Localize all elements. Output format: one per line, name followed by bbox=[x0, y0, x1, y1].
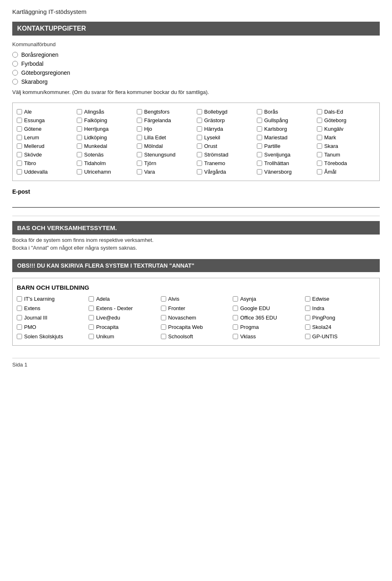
checkbox-kommune-orust[interactable]: Orust bbox=[197, 143, 255, 149]
checkbox-kommune-ulricehamn[interactable]: Ulricehamn bbox=[77, 169, 135, 175]
checkbox-kommune-input-24[interactable] bbox=[17, 143, 22, 149]
barn-system-input-11[interactable] bbox=[89, 315, 94, 320]
checkbox-kommune-uddevalla[interactable]: Uddevalla bbox=[17, 169, 75, 175]
checkbox-kommune-input-10[interactable] bbox=[257, 118, 262, 123]
barn-system-input-10[interactable] bbox=[17, 315, 22, 320]
barn-system-input-13[interactable] bbox=[233, 315, 238, 320]
radio-borasregionen-input[interactable] bbox=[12, 52, 18, 58]
checkbox-kommune-grästorp[interactable]: Grästorp bbox=[197, 117, 255, 123]
checkbox-kommune-lerum[interactable]: Lerum bbox=[17, 134, 75, 141]
checkbox-kommune-färgelanda[interactable]: Färgelanda bbox=[137, 117, 195, 123]
barn-system-pingpong[interactable]: PingPong bbox=[305, 315, 375, 321]
barn-system-input-16[interactable] bbox=[89, 324, 94, 330]
checkbox-kommune-input-6[interactable] bbox=[17, 118, 22, 123]
checkbox-kommune-alingsås[interactable]: Alingsås bbox=[77, 109, 135, 115]
checkbox-kommune-töreboda[interactable]: Töreboda bbox=[317, 160, 375, 166]
barn-system-indra[interactable]: Indra bbox=[305, 305, 375, 311]
checkbox-kommune-skövde[interactable]: Skövde bbox=[17, 152, 75, 158]
checkbox-kommune-lilla-edet[interactable]: Lilla Edet bbox=[137, 134, 195, 141]
checkbox-kommune-lysekil[interactable]: Lysekil bbox=[197, 134, 255, 141]
checkbox-kommune-munkedal[interactable]: Munkedal bbox=[77, 143, 135, 149]
barn-system-gp-untis[interactable]: GP-UNTIS bbox=[305, 333, 375, 340]
barn-system-skola24[interactable]: Skola24 bbox=[305, 324, 375, 330]
checkbox-kommune-input-16[interactable] bbox=[257, 126, 262, 132]
checkbox-kommune-input-5[interactable] bbox=[317, 109, 322, 114]
checkbox-kommune-mölndal[interactable]: Mölndal bbox=[137, 143, 195, 149]
checkbox-kommune-input-29[interactable] bbox=[317, 143, 322, 149]
barn-system-input-22[interactable] bbox=[161, 334, 166, 339]
radio-fyrbodal[interactable]: Fyrbodal bbox=[12, 60, 380, 67]
checkbox-kommune-input-19[interactable] bbox=[77, 135, 82, 140]
checkbox-kommune-strömstad[interactable]: Strömstad bbox=[197, 152, 255, 158]
checkbox-kommune-input-12[interactable] bbox=[17, 126, 22, 132]
barn-system-input-15[interactable] bbox=[17, 324, 22, 330]
checkbox-kommune-input-25[interactable] bbox=[77, 143, 82, 149]
checkbox-kommune-input-18[interactable] bbox=[17, 135, 22, 140]
barn-system-live-edu[interactable]: Live@edu bbox=[89, 315, 159, 321]
checkbox-kommune-input-42[interactable] bbox=[17, 169, 22, 174]
radio-skaraborg[interactable]: Skaraborg bbox=[12, 78, 380, 85]
checkbox-kommune-input-27[interactable] bbox=[197, 143, 202, 149]
checkbox-kommune-stenungsund[interactable]: Stenungsund bbox=[137, 152, 195, 158]
barn-system-input-8[interactable] bbox=[233, 306, 238, 311]
checkbox-kommune-input-8[interactable] bbox=[137, 118, 142, 123]
checkbox-kommune-borås[interactable]: Borås bbox=[257, 109, 315, 115]
barn-system-input-0[interactable] bbox=[17, 296, 22, 302]
checkbox-kommune-input-20[interactable] bbox=[137, 135, 142, 140]
barn-system-adela[interactable]: Adela bbox=[89, 296, 159, 302]
checkbox-kommune-input-40[interactable] bbox=[257, 161, 262, 166]
checkbox-kommune-input-4[interactable] bbox=[257, 109, 262, 114]
radio-goteborgsregionen[interactable]: Göteborgsregionen bbox=[12, 69, 380, 76]
checkbox-kommune-input-14[interactable] bbox=[137, 126, 142, 132]
barn-system-solen-skolskjuts[interactable]: Solen Skolskjuts bbox=[17, 333, 87, 340]
checkbox-kommune-input-15[interactable] bbox=[197, 126, 202, 132]
checkbox-kommune-input-39[interactable] bbox=[197, 161, 202, 166]
checkbox-kommune-partille[interactable]: Partille bbox=[257, 143, 315, 149]
barn-system-google-edu[interactable]: Google EDU bbox=[233, 305, 303, 311]
checkbox-kommune-input-34[interactable] bbox=[257, 152, 262, 157]
checkbox-kommune-götene[interactable]: Götene bbox=[17, 126, 75, 132]
checkbox-kommune-trollhättan[interactable]: Trollhättan bbox=[257, 160, 315, 166]
checkbox-kommune-herrljunga[interactable]: Herrljunga bbox=[77, 126, 135, 132]
checkbox-kommune-input-23[interactable] bbox=[317, 135, 322, 140]
checkbox-kommune-input-43[interactable] bbox=[77, 169, 82, 174]
checkbox-kommune-input-11[interactable] bbox=[317, 118, 322, 123]
checkbox-kommune-lidköping[interactable]: Lidköping bbox=[77, 134, 135, 141]
barn-system-fronter[interactable]: Fronter bbox=[161, 305, 231, 311]
barn-system-journal-iii[interactable]: Journal III bbox=[17, 315, 87, 321]
checkbox-kommune-mariestad[interactable]: Mariestad bbox=[257, 134, 315, 141]
checkbox-kommune-tidaholm[interactable]: Tidaholm bbox=[77, 160, 135, 166]
checkbox-kommune-göteborg[interactable]: Göteborg bbox=[317, 117, 375, 123]
checkbox-kommune-input-3[interactable] bbox=[197, 109, 202, 114]
barn-system-extens[interactable]: Extens bbox=[17, 305, 87, 311]
barn-system-procapita-web[interactable]: Procapita Web bbox=[161, 324, 231, 330]
checkbox-kommune-input-46[interactable] bbox=[257, 169, 262, 174]
checkbox-kommune-falköping[interactable]: Falköping bbox=[77, 117, 135, 123]
barn-system-progma[interactable]: Progma bbox=[233, 324, 303, 330]
checkbox-kommune-input-21[interactable] bbox=[197, 135, 202, 140]
barn-system-input-12[interactable] bbox=[161, 315, 166, 320]
checkbox-kommune-input-17[interactable] bbox=[317, 126, 322, 132]
checkbox-kommune-input-0[interactable] bbox=[17, 109, 22, 114]
checkbox-kommune-input-33[interactable] bbox=[197, 152, 202, 157]
checkbox-kommune-input-31[interactable] bbox=[77, 152, 82, 157]
checkbox-kommune-input-45[interactable] bbox=[197, 169, 202, 174]
barn-system-schoolsoft[interactable]: Schoolsoft bbox=[161, 333, 231, 340]
radio-borasregionen[interactable]: Boråsregionen bbox=[12, 51, 380, 58]
barn-system-input-5[interactable] bbox=[17, 306, 22, 311]
checkbox-kommune-tjörn[interactable]: Tjörn bbox=[137, 160, 195, 166]
barn-system-input-2[interactable] bbox=[161, 296, 166, 302]
checkbox-kommune-gullspång[interactable]: Gullspång bbox=[257, 117, 315, 123]
barn-system-procapita[interactable]: Procapita bbox=[89, 324, 159, 330]
barn-system-input-21[interactable] bbox=[89, 334, 94, 339]
checkbox-kommune-bollebygd[interactable]: Bollebygd bbox=[197, 109, 255, 115]
barn-system-input-19[interactable] bbox=[305, 324, 310, 330]
barn-system-vklass[interactable]: Vklass bbox=[233, 333, 303, 340]
checkbox-kommune-essunga[interactable]: Essunga bbox=[17, 117, 75, 123]
radio-skaraborg-input[interactable] bbox=[12, 79, 18, 85]
radio-fyrbodal-input[interactable] bbox=[12, 61, 18, 67]
checkbox-kommune-härryda[interactable]: Härryda bbox=[197, 126, 255, 132]
checkbox-kommune-input-35[interactable] bbox=[317, 152, 322, 157]
checkbox-kommune-ale[interactable]: Ale bbox=[17, 109, 75, 115]
barn-system-input-6[interactable] bbox=[89, 306, 94, 311]
